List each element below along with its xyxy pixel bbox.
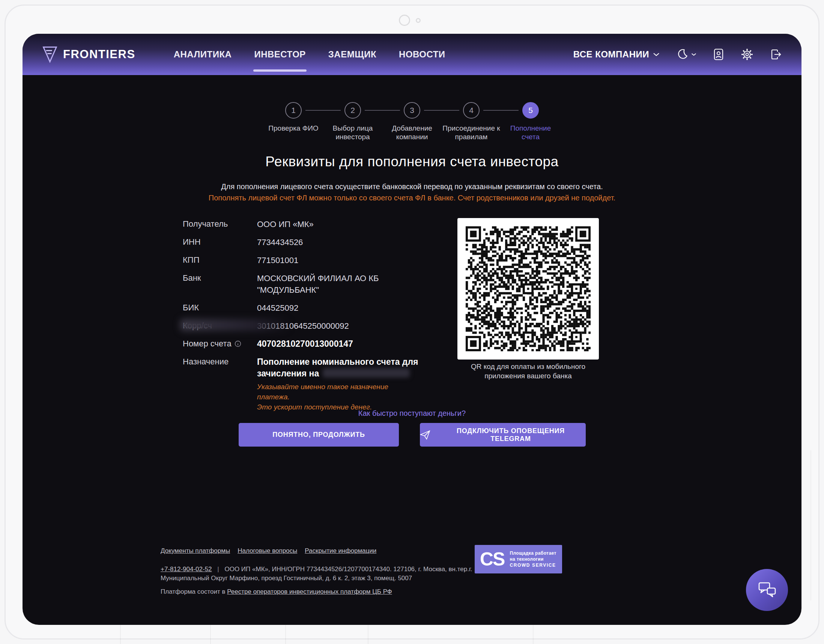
main-nav: АНАЛИТИКА ИНВЕСТОР ЗАЕМЩИК НОВОСТИ bbox=[173, 45, 446, 63]
req-value: 7734434526 bbox=[257, 237, 418, 248]
purpose-note-line1: Указывайте именно такое назначение плате… bbox=[257, 382, 418, 402]
step-4: 4 Присоединение к правилам bbox=[442, 102, 501, 141]
step-2-circle: 2 bbox=[344, 102, 361, 118]
qr-code bbox=[457, 218, 599, 360]
step-5-active: 5 Пополнение счета bbox=[501, 102, 560, 141]
registry-link[interactable]: Реестре операторов инвестиционных платфо… bbox=[227, 588, 392, 595]
req-label: Банк bbox=[183, 272, 257, 296]
crowd-service-logo: CS bbox=[480, 550, 504, 569]
camera-dot-small bbox=[416, 18, 421, 23]
step-3: 3 Добавление компании bbox=[382, 102, 442, 141]
nav-item-investor[interactable]: ИНВЕСТОР bbox=[253, 45, 306, 63]
req-row-bik: БИК 044525092 bbox=[183, 302, 423, 314]
step-5-circle: 5 bbox=[522, 102, 539, 118]
req-label: ИНН bbox=[183, 237, 257, 248]
footer-registry: Платформа состоит в Реестре операторов и… bbox=[161, 588, 498, 596]
frontiers-triangle-icon bbox=[42, 46, 58, 63]
req-label: Получатель bbox=[183, 218, 257, 230]
req-value: 771501001 bbox=[257, 254, 418, 266]
paper-plane-icon bbox=[420, 430, 430, 440]
profile-button[interactable] bbox=[713, 48, 724, 61]
support-chat-button[interactable] bbox=[746, 569, 788, 611]
bg-decor-line bbox=[810, 450, 811, 601]
nav-item-analytics[interactable]: АНАЛИТИКА bbox=[173, 45, 233, 63]
continue-button[interactable]: ПОНЯТНО, ПРОДОЛЖИТЬ bbox=[239, 423, 399, 447]
step-4-circle: 4 bbox=[463, 102, 480, 118]
req-value: ООО ИП «МК» bbox=[257, 218, 418, 230]
req-value: 30101810645250000092 bbox=[257, 320, 418, 332]
step-4-label: Присоединение к правилам bbox=[442, 124, 501, 141]
payment-requisites: Получатель ООО ИП «МК» ИНН 7734434526 КП… bbox=[183, 218, 423, 418]
req-row-recipient: Получатель ООО ИП «МК» bbox=[183, 218, 423, 230]
settings-button[interactable] bbox=[741, 48, 753, 61]
account-number: 40702810270013000147 bbox=[257, 338, 418, 350]
cs-text-line3: CROWD SERVICE bbox=[510, 562, 556, 568]
onboarding-stepper: 1 Проверка ФИО 2 Выбор лица инвестора 3 … bbox=[23, 102, 801, 141]
camera-dot-large bbox=[399, 15, 410, 26]
qr-caption: QR код для оплаты из мобильного приложен… bbox=[446, 362, 610, 381]
footer-link-documents[interactable]: Документы платформы bbox=[161, 547, 230, 555]
header-actions: ВСЕ КОМПАНИИ bbox=[573, 48, 782, 61]
step-1-circle: 1 bbox=[285, 102, 302, 118]
step-3-circle: 3 bbox=[404, 102, 420, 118]
nav-item-borrower[interactable]: ЗАЕМЩИК bbox=[327, 45, 377, 63]
nav-item-news[interactable]: НОВОСТИ bbox=[398, 45, 446, 63]
footer-links: Документы платформы Налоговые вопросы Ра… bbox=[161, 547, 498, 555]
footer: Документы платформы Налоговые вопросы Ра… bbox=[161, 547, 498, 596]
cs-text-line2: на технологии bbox=[510, 556, 556, 562]
req-row-kpp: КПП 771501001 bbox=[183, 254, 423, 266]
req-row-bank: Банк МОСКОВСКИЙ ФИЛИАЛ АО КБ "МОДУЛЬБАНК… bbox=[183, 272, 423, 296]
req-value: 044525092 bbox=[257, 302, 418, 314]
how-fast-link[interactable]: Как быстро поступают деньги? bbox=[23, 409, 801, 418]
page-title: Реквизиты для пополнения счета инвестора bbox=[23, 154, 801, 170]
step-2: 2 Выбор лица инвестора bbox=[323, 102, 382, 141]
app-window: FRONTIERS АНАЛИТИКА ИНВЕСТОР ЗАЕМЩИК НОВ… bbox=[23, 34, 801, 625]
step-3-label: Добавление компании bbox=[382, 124, 442, 141]
telegram-button[interactable]: ПОДКЛЮЧИТЬ ОПОВЕЩЕНИЯ TELEGRAM bbox=[420, 423, 586, 447]
brand-logo[interactable]: FRONTIERS bbox=[42, 46, 135, 63]
theme-toggle[interactable] bbox=[676, 48, 696, 60]
qr-code-canvas bbox=[466, 226, 590, 351]
req-label: КПП bbox=[183, 254, 257, 266]
logout-icon bbox=[770, 48, 782, 60]
footer-separator: | bbox=[217, 566, 219, 573]
telegram-button-label: ПОДКЛЮЧИТЬ ОПОВЕЩЕНИЯ TELEGRAM bbox=[436, 427, 586, 443]
id-card-icon bbox=[713, 48, 724, 61]
redacted-blur bbox=[323, 368, 410, 378]
req-label: Назначение bbox=[183, 356, 257, 412]
req-label: Номер счета bbox=[183, 338, 257, 350]
crowd-service-badge[interactable]: CS Площадка работает на технологии CROWD… bbox=[475, 545, 562, 573]
chat-bubbles-icon bbox=[756, 581, 778, 599]
logout-button[interactable] bbox=[770, 48, 782, 60]
cs-text-line1: Площадка работает bbox=[510, 550, 556, 556]
req-row-account: Номер счета 40702810270013000147 bbox=[183, 338, 423, 350]
step-1: 1 Проверка ФИО bbox=[264, 102, 323, 141]
chevron-down-icon bbox=[691, 52, 696, 56]
brand-name: FRONTIERS bbox=[63, 48, 135, 61]
moon-icon bbox=[676, 48, 688, 60]
req-value: МОСКОВСКИЙ ФИЛИАЛ АО КБ "МОДУЛЬБАНК" bbox=[257, 272, 418, 296]
top-navbar: FRONTIERS АНАЛИТИКА ИНВЕСТОР ЗАЕМЩИК НОВ… bbox=[23, 34, 801, 75]
step-1-label: Проверка ФИО bbox=[264, 124, 323, 132]
account-label: Номер счета bbox=[183, 339, 232, 349]
footer-link-disclosure[interactable]: Раскрытие информации bbox=[305, 547, 377, 555]
registry-prefix: Платформа состоит в bbox=[161, 588, 227, 595]
companies-dropdown-label: ВСЕ КОМПАНИИ bbox=[573, 49, 649, 60]
req-row-inn: ИНН 7734434526 bbox=[183, 237, 423, 248]
purpose-note: Указывайте именно такое назначение плате… bbox=[257, 382, 418, 412]
footer-link-tax[interactable]: Налоговые вопросы bbox=[238, 547, 297, 555]
subtitle-line: Для пополнения лицевого счета осуществит… bbox=[23, 181, 801, 192]
footer-company-info: +7-812-904-02-52 | ООО ИП «МК», ИНН/ОГРН… bbox=[161, 565, 498, 583]
companies-dropdown[interactable]: ВСЕ КОМПАНИИ bbox=[573, 49, 660, 60]
gear-icon bbox=[741, 48, 753, 61]
page-subtitle: Для пополнения лицевого счета осуществит… bbox=[23, 181, 801, 203]
step-5-label: Пополнение счета bbox=[501, 124, 560, 141]
step-2-label: Выбор лица инвестора bbox=[323, 124, 382, 141]
warning-line: Пополнять лицевой счет ФЛ можно только с… bbox=[23, 192, 801, 203]
qr-caption-line1: QR код для оплаты из мобильного bbox=[446, 362, 610, 371]
qr-caption-line2: приложения вашего банка bbox=[446, 371, 610, 381]
footer-phone[interactable]: +7-812-904-02-52 bbox=[161, 566, 212, 573]
info-icon[interactable] bbox=[235, 340, 241, 347]
req-row-purpose: Назначение Пополнение номинального счета… bbox=[183, 356, 423, 412]
chevron-down-icon bbox=[653, 52, 660, 57]
